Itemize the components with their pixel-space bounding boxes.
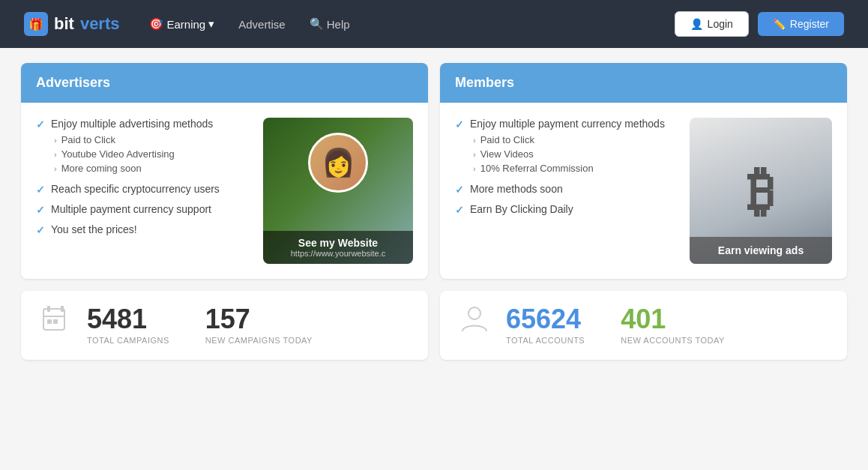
new-accounts-stat: 401 NEW ACCOUNTS TODAY [621,306,725,345]
sub-list: › Paid to Click › Youtube Video Advertis… [54,133,251,175]
check-icon: ✓ [455,184,464,196]
check-icon: ✓ [36,204,45,216]
total-campaigns-stat: 5481 TOTAL CAMPAIGNS [87,306,169,345]
site-url: https://www.yourwebsite.c [271,249,406,258]
check-icon: ✓ [455,204,464,216]
logo-verts: verts [80,14,120,34]
stats-panel-left: 5481 TOTAL CAMPAIGNS 157 NEW CAMPAIGNS T… [21,291,428,360]
avatar-face: 👩 [322,147,355,178]
advertisers-body: ✓ Enjoy multiple advertising methods › P… [21,103,428,279]
list-item: › View Videos [473,147,678,161]
logo-icon: 🎁 [24,12,48,36]
navbar: 🎁 bitverts 🎯 Earning ▾ Advertise 🔍 Help … [0,0,868,48]
register-button[interactable]: ✏️ Register [758,12,844,36]
total-campaigns-value: 5481 [87,306,169,333]
svg-rect-1 [47,306,50,312]
nav-help[interactable]: 🔍 Help [310,17,350,31]
arrow-icon: › [54,150,57,159]
stats-numbers-left: 5481 TOTAL CAMPAIGNS 157 NEW CAMPAIGNS T… [87,306,313,345]
site-name: See my Website [271,237,406,249]
members-header: Members [440,63,847,103]
login-button[interactable]: 👤 Login [675,11,749,37]
main-content: Advertisers ✓ Enjoy multiple advertising… [0,48,868,375]
advertisers-panel: Advertisers ✓ Enjoy multiple advertising… [21,63,428,279]
bitcoin-card: ₿ Earn viewing ads [690,118,832,264]
svg-rect-2 [61,306,64,312]
list-item: ✓ Multiple payment currency support [36,203,251,216]
campaigns-icon [39,303,72,343]
members-panel: Members ✓ Enjoy multiple payment currenc… [440,63,847,279]
check-icon: ✓ [36,224,45,236]
search-icon: 🔍 [310,17,324,31]
arrow-icon: › [473,164,476,173]
list-item: › 10% Referral Commission [473,161,678,175]
check-icon: ✓ [36,184,45,196]
bitcoin-symbol: ₿ [747,164,774,218]
list-item: › More coming soon [54,161,251,175]
arrow-icon: › [473,150,476,159]
total-campaigns-label: TOTAL CAMPAIGNS [87,336,169,345]
svg-point-6 [468,307,480,319]
new-campaigns-value: 157 [205,306,313,333]
panels-row: Advertisers ✓ Enjoy multiple advertising… [21,63,847,279]
nav-actions: 👤 Login ✏️ Register [675,11,844,37]
nav-advertise[interactable]: Advertise [238,18,286,31]
advertiser-image-card: 👩 See my Website https://www.yourwebsite… [263,118,413,264]
edit-icon: ✏️ [773,18,786,30]
list-item: › Paid to Click [54,133,251,147]
list-item: ✓ More methods soon [455,183,678,196]
sub-list: › Paid to Click › View Videos › 10% Refe… [473,133,678,175]
nav-earning[interactable]: 🎯 Earning ▾ [149,17,214,31]
new-campaigns-stat: 157 NEW CAMPAIGNS TODAY [205,306,313,345]
total-accounts-value: 65624 [506,306,585,333]
list-item: ✓ Reach specific cryptocurrency users [36,183,251,196]
new-accounts-label: NEW ACCOUNTS TODAY [621,336,725,345]
members-list: ✓ Enjoy multiple payment currency method… [455,118,678,264]
list-item: › Youtube Video Advertising [54,147,251,161]
list-item: ✓ You set the prices! [36,223,251,236]
stats-row: 5481 TOTAL CAMPAIGNS 157 NEW CAMPAIGNS T… [21,291,847,360]
nav-links: 🎯 Earning ▾ Advertise 🔍 Help [149,17,644,31]
advertisers-list: ✓ Enjoy multiple advertising methods › P… [36,118,251,264]
list-item: ✓ Enjoy multiple advertising methods › P… [36,118,251,175]
chevron-down-icon: ▾ [208,17,214,31]
new-accounts-value: 401 [621,306,725,333]
logo-bit: bit [54,14,74,34]
svg-rect-5 [53,319,58,324]
list-item: ✓ Enjoy multiple payment currency method… [455,118,678,175]
list-item: ✓ Earn By Clicking Daily [455,203,678,216]
ad-overlay: See my Website https://www.yourwebsite.c [263,231,413,264]
stats-numbers-right: 65624 TOTAL ACCOUNTS 401 NEW ACCOUNTS TO… [506,306,725,345]
total-accounts-label: TOTAL ACCOUNTS [506,336,585,345]
arrow-icon: › [473,136,476,145]
list-item: › Paid to Click [473,133,678,147]
check-icon: ✓ [36,118,45,130]
user-icon: 👤 [690,18,703,30]
bitcoin-label: Earn viewing ads [690,237,832,264]
total-accounts-stat: 65624 TOTAL ACCOUNTS [506,306,585,345]
stats-panel-right: 65624 TOTAL ACCOUNTS 401 NEW ACCOUNTS TO… [440,291,847,360]
new-campaigns-label: NEW CAMPAIGNS TODAY [205,336,313,345]
members-body: ✓ Enjoy multiple payment currency method… [440,103,847,279]
check-icon: ✓ [455,118,464,130]
logo[interactable]: 🎁 bitverts [24,12,119,36]
arrow-icon: › [54,164,57,173]
avatar: 👩 [308,133,368,193]
svg-rect-4 [47,319,52,324]
earning-icon: 🎯 [149,17,163,31]
arrow-icon: › [54,136,57,145]
advertisers-header: Advertisers [21,63,428,103]
accounts-icon [458,303,491,343]
